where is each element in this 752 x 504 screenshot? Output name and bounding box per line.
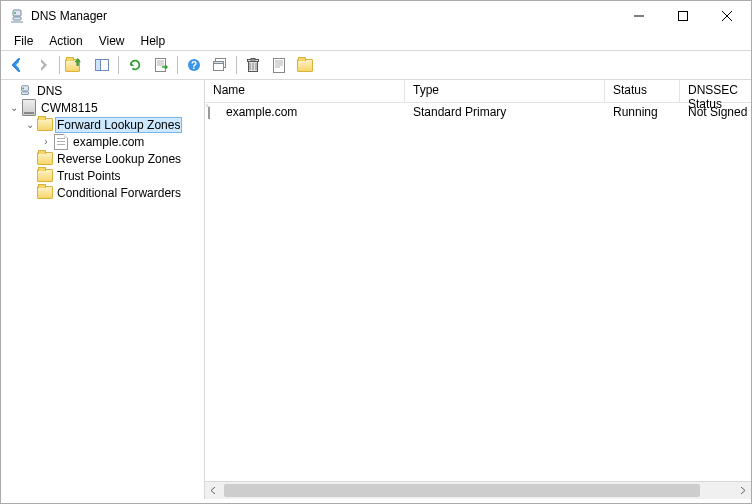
expand-toggle[interactable]: ⌄ bbox=[7, 103, 21, 113]
window-title: DNS Manager bbox=[31, 9, 107, 23]
nav-tree[interactable]: DNS ⌄ CWM8115 ⌄ Forward Lookup Zones › e… bbox=[1, 80, 205, 499]
tree-label: CWM8115 bbox=[39, 101, 100, 115]
horizontal-scrollbar[interactable] bbox=[205, 481, 751, 499]
scroll-track[interactable] bbox=[222, 482, 734, 499]
server-icon bbox=[21, 100, 37, 116]
folder-icon bbox=[297, 59, 313, 72]
tree-label: DNS bbox=[35, 84, 64, 98]
list-rows: example.com Standard Primary Running Not… bbox=[205, 103, 751, 481]
menu-view[interactable]: View bbox=[92, 33, 132, 49]
menu-file[interactable]: File bbox=[7, 33, 40, 49]
cell-type: Standard Primary bbox=[405, 105, 605, 119]
tree-label: Trust Points bbox=[55, 169, 123, 183]
tree-node-dns[interactable]: DNS bbox=[1, 82, 204, 99]
close-button[interactable] bbox=[705, 2, 749, 30]
cell-name: example.com bbox=[205, 104, 405, 120]
tree-label: Reverse Lookup Zones bbox=[55, 152, 183, 166]
folder-icon bbox=[37, 151, 53, 167]
menubar: File Action View Help bbox=[1, 31, 751, 50]
svg-text:?: ? bbox=[191, 60, 197, 71]
menu-help[interactable]: Help bbox=[134, 33, 173, 49]
svg-rect-1 bbox=[13, 17, 21, 20]
column-status[interactable]: Status bbox=[605, 80, 680, 102]
up-button[interactable] bbox=[64, 53, 88, 77]
tree-label: example.com bbox=[71, 135, 146, 149]
svg-rect-5 bbox=[96, 60, 101, 71]
tree-node-server[interactable]: ⌄ CWM8115 bbox=[1, 99, 204, 116]
expand-toggle[interactable]: ⌄ bbox=[23, 120, 37, 130]
tree-node-conditional-forwarders[interactable]: Conditional Forwarders bbox=[1, 184, 204, 201]
cell-text: example.com bbox=[226, 105, 297, 119]
cell-dnssec: Not Signed bbox=[680, 105, 751, 119]
svg-rect-14 bbox=[251, 59, 255, 61]
tree-node-trust-points[interactable]: Trust Points bbox=[1, 167, 204, 184]
back-button[interactable] bbox=[5, 53, 29, 77]
tree-label: Conditional Forwarders bbox=[55, 186, 183, 200]
export-button[interactable] bbox=[149, 53, 173, 77]
cell-status: Running bbox=[605, 105, 680, 119]
list-row[interactable]: example.com Standard Primary Running Not… bbox=[205, 103, 751, 121]
scroll-left-button[interactable] bbox=[205, 482, 222, 499]
tree-node-reverse-lookup-zones[interactable]: Reverse Lookup Zones bbox=[1, 150, 204, 167]
svg-rect-3 bbox=[679, 12, 688, 21]
tree-node-forward-lookup-zones[interactable]: ⌄ Forward Lookup Zones bbox=[1, 116, 204, 133]
list-header: Name Type Status DNSSEC Status bbox=[205, 80, 751, 103]
configure-dns-button[interactable] bbox=[293, 53, 317, 77]
scroll-thumb[interactable] bbox=[224, 484, 700, 497]
column-type[interactable]: Type bbox=[405, 80, 605, 102]
column-name[interactable]: Name bbox=[205, 80, 405, 102]
svg-rect-17 bbox=[22, 91, 29, 94]
tree-label: Forward Lookup Zones bbox=[55, 117, 182, 133]
delete-button[interactable] bbox=[241, 53, 265, 77]
zone-file-icon bbox=[53, 134, 69, 150]
menu-action[interactable]: Action bbox=[42, 33, 89, 49]
dns-root-icon bbox=[17, 83, 33, 99]
properties-button[interactable] bbox=[267, 53, 291, 77]
show-hide-tree-button[interactable] bbox=[90, 53, 114, 77]
toolbar: ? bbox=[1, 51, 751, 79]
column-dnssec[interactable]: DNSSEC Status bbox=[680, 80, 751, 102]
maximize-button[interactable] bbox=[661, 2, 705, 30]
titlebar: DNS Manager bbox=[1, 1, 751, 31]
expand-toggle[interactable]: › bbox=[39, 137, 53, 147]
svg-rect-11 bbox=[213, 62, 223, 64]
svg-point-2 bbox=[14, 12, 16, 14]
tree-node-zone-example[interactable]: › example.com bbox=[1, 133, 204, 150]
svg-point-18 bbox=[22, 87, 24, 89]
help-button[interactable]: ? bbox=[182, 53, 206, 77]
dns-manager-window: DNS Manager File Action View Help bbox=[0, 0, 752, 504]
new-window-button[interactable] bbox=[208, 53, 232, 77]
minimize-button[interactable] bbox=[617, 2, 661, 30]
forward-button[interactable] bbox=[31, 53, 55, 77]
folder-icon bbox=[37, 117, 53, 133]
dns-manager-icon bbox=[9, 8, 25, 24]
detail-pane: Name Type Status DNSSEC Status example.c… bbox=[205, 80, 751, 499]
folder-icon bbox=[37, 185, 53, 201]
scroll-right-button[interactable] bbox=[734, 482, 751, 499]
refresh-button[interactable] bbox=[123, 53, 147, 77]
folder-icon bbox=[37, 168, 53, 184]
zone-file-icon bbox=[208, 104, 224, 120]
